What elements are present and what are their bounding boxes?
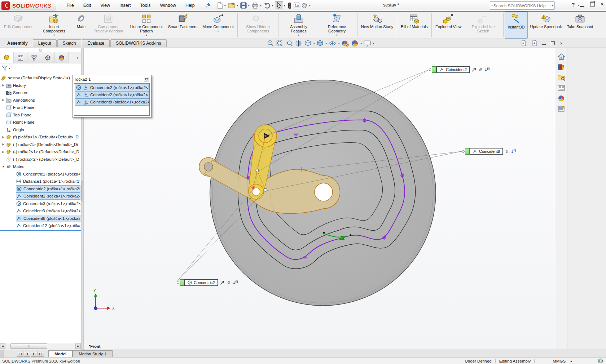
view-settings-icon[interactable] xyxy=(363,39,372,48)
splitter-handle[interactable] xyxy=(82,181,83,201)
expand-expanded-icon[interactable]: ▼ xyxy=(1,165,6,168)
ribbon-linear-component-pattern[interactable]: Linear Component Pattern ▾ xyxy=(127,12,166,39)
reorder-arrows-icon[interactable] xyxy=(511,149,516,154)
tab-dimxpert-manager[interactable] xyxy=(41,52,55,63)
ribbon-take-snapshot[interactable]: Take Snapshot xyxy=(565,12,596,39)
reorder-arrows-icon[interactable] xyxy=(233,280,238,285)
tree-item-coincident2[interactable]: Coincident2 (ročka<1>,ročka2< xyxy=(16,192,80,200)
tree-root-assembly[interactable]: sestav (Default<Display State-1>) xyxy=(1,74,80,81)
previous-tab-icon[interactable]: ◀ xyxy=(24,351,30,357)
reorder-arrows-icon[interactable] xyxy=(484,67,490,72)
minimize-button[interactable] xyxy=(580,6,584,7)
tree-item-distance1[interactable]: Distance1 (plošča<1>,ročka<1> xyxy=(16,178,80,185)
paperclip-icon[interactable] xyxy=(227,280,231,285)
mate-callout-coincident2[interactable]: Coincident2 xyxy=(429,66,490,73)
dropdown-arrow[interactable]: ▾ xyxy=(336,34,338,37)
callout-green-handle[interactable] xyxy=(465,148,470,155)
search-input[interactable] xyxy=(493,3,550,8)
assembly-graphics[interactable]: Y X xyxy=(84,48,555,350)
close-button[interactable]: × xyxy=(601,1,604,7)
tab-assembly[interactable]: Assembly xyxy=(2,40,33,47)
dropdown-arrow[interactable]: ▾ xyxy=(224,4,226,7)
search-icon[interactable] xyxy=(550,3,551,9)
document-minimize-button[interactable] xyxy=(542,44,546,45)
dropdown-arrow[interactable]: ▾ xyxy=(248,4,250,7)
tab-property-manager[interactable] xyxy=(14,52,27,63)
tab-model[interactable]: Model xyxy=(48,350,73,357)
menu-file[interactable]: File xyxy=(62,3,79,8)
panel-horizontal-scrollbar[interactable]: ◀ ▶ xyxy=(0,343,81,349)
tree-item-history[interactable]: ▶ History xyxy=(1,82,80,89)
dropdown-arrow[interactable]: ▾ xyxy=(284,4,285,7)
expand-collapsed-icon[interactable]: ▶ xyxy=(1,143,6,146)
tree-item-origin[interactable]: Origin xyxy=(1,126,80,133)
ribbon-instant3d[interactable]: Instant3D xyxy=(505,12,527,39)
dropdown-arrow[interactable]: ▾ xyxy=(260,4,262,7)
scrollbar-thumb[interactable] xyxy=(10,343,47,349)
dropdown-arrow[interactable]: ▾ xyxy=(53,34,55,37)
dropdown-arrow[interactable]: ▾ xyxy=(309,4,311,7)
tree-item-rocka2-2[interactable]: (-) ročka2<2> (Default<<Default>_D xyxy=(1,156,80,163)
menu-help[interactable]: Help xyxy=(181,3,199,8)
units-selector[interactable]: MMGS xyxy=(553,359,566,363)
dropdown-arrow[interactable]: ▾ xyxy=(373,42,374,45)
tab-evaluate[interactable]: Evaluate xyxy=(82,39,110,47)
dropdown-arrow[interactable]: ▾ xyxy=(218,30,219,33)
tree-item-coincident3[interactable]: Coincident3 (ročka<1>,ročka2< xyxy=(16,207,80,214)
dropdown-arrow[interactable]: ▾ xyxy=(326,42,327,45)
dropdown-arrow[interactable]: ▾ xyxy=(361,42,362,45)
tree-item-right-plane[interactable]: Right Plane xyxy=(1,119,80,126)
tree-item-concentric3[interactable]: Concentric3 (ročka<1>,ročka2< xyxy=(16,200,80,207)
tree-item-top-plane[interactable]: Top Plane xyxy=(1,111,80,119)
tree-item-concentric2[interactable]: Concentric2 (ročka<1>,ročka2< xyxy=(16,185,80,192)
popup-row-coincident2[interactable]: Coincident2 (ročka<1>,ročka2<1 xyxy=(75,91,149,98)
save-button[interactable] xyxy=(240,2,247,9)
file-explorer-icon[interactable] xyxy=(557,74,565,81)
panel-collapse-handle[interactable] xyxy=(0,48,81,52)
scroll-left-icon[interactable]: ◀ xyxy=(0,343,5,349)
view-palette-icon[interactable] xyxy=(557,84,565,92)
ribbon-exploded-view[interactable]: Exploded View xyxy=(433,12,464,39)
rebuild-button[interactable] xyxy=(287,2,293,9)
menu-view[interactable]: View xyxy=(96,3,115,8)
paperclip-icon[interactable] xyxy=(478,67,483,72)
ribbon-insert-components[interactable]: Insert Components ▾ xyxy=(35,12,73,39)
hide-show-items-icon[interactable] xyxy=(328,39,337,48)
ribbon-new-motion-study[interactable]: New Motion Study xyxy=(359,12,396,39)
document-restore-button[interactable] xyxy=(551,41,555,45)
open-button[interactable] xyxy=(227,2,236,9)
menu-insert[interactable]: Insert xyxy=(115,3,135,8)
popup-row-concentric2[interactable]: Concentric2 (ročka<1>,ročka2<1 xyxy=(75,84,149,91)
tree-item-concentric1[interactable]: Concentric1 (plošča<1>,ročka< xyxy=(16,170,80,178)
popup-close-icon[interactable] xyxy=(144,77,149,81)
flip-arrow-icon[interactable] xyxy=(471,67,477,72)
mate-callout-concentric2[interactable]: Concentric2 xyxy=(177,279,238,286)
previous-view-icon[interactable] xyxy=(285,39,293,48)
design-library-icon[interactable] xyxy=(557,63,565,71)
tree-item-rocka-1[interactable]: ▶ (-) ročka<1> (Default<<Default>_Di xyxy=(1,141,80,148)
dropdown-arrow[interactable]: ▾ xyxy=(272,4,273,7)
menu-edit[interactable]: Edit xyxy=(79,3,96,8)
help-search-box[interactable]: ? ▾ xyxy=(490,1,555,10)
apply-scene-icon[interactable] xyxy=(351,39,359,48)
tree-item-coincident8[interactable]: Coincident8 (plošča<1>,ročka2 xyxy=(16,215,80,222)
last-tab-icon[interactable]: ▶❘ xyxy=(38,351,44,357)
tab-solidworks-add-ins[interactable]: SOLIDWORKS Add-Ins xyxy=(110,39,166,47)
dropdown-arrow[interactable]: ▾ xyxy=(146,34,147,37)
tab-layout[interactable]: Layout xyxy=(33,39,57,47)
new-document-button[interactable] xyxy=(216,2,224,9)
tab-bar-grip[interactable] xyxy=(0,350,4,358)
first-tab-icon[interactable]: ❘◀ xyxy=(17,351,23,357)
ribbon-reference-geometry[interactable]: Reference Geometry ▾ xyxy=(318,12,356,39)
callout-green-handle[interactable] xyxy=(180,279,184,286)
tab-motion-study-1[interactable]: Motion Study 1 xyxy=(73,350,113,357)
display-style-icon[interactable] xyxy=(316,39,324,48)
select-tool-button[interactable] xyxy=(275,1,283,9)
zoom-to-area-icon[interactable] xyxy=(276,39,284,48)
ribbon-assembly-features[interactable]: Assembly Features ▾ xyxy=(280,12,318,39)
file-properties-button[interactable] xyxy=(293,2,300,9)
ribbon-move-component[interactable]: Move Component ▾ xyxy=(200,12,236,39)
dropdown-arrow[interactable]: ▾ xyxy=(298,34,299,37)
next-document-icon[interactable] xyxy=(531,40,537,46)
solidworks-resources-home-icon[interactable] xyxy=(557,53,565,60)
